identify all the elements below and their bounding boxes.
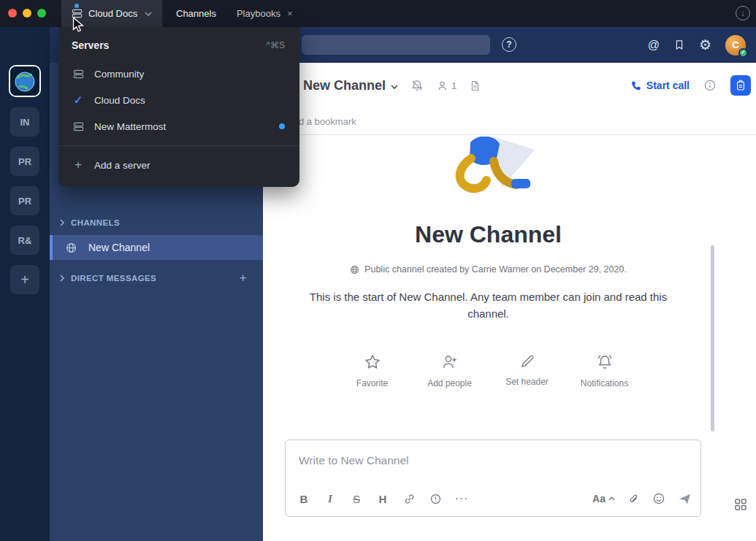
close-tab-icon[interactable]: ×	[287, 8, 293, 19]
heading-button[interactable]: H	[373, 489, 392, 508]
link-button[interactable]	[400, 489, 419, 508]
action-label: Add people	[427, 378, 472, 388]
clipboard-icon	[735, 80, 747, 91]
channels-category-label: CHANNELS	[71, 218, 120, 227]
bold-button[interactable]: B	[294, 489, 313, 508]
globe-icon	[66, 242, 77, 253]
member-count: 1	[451, 80, 457, 91]
saved-posts-icon[interactable]	[673, 39, 685, 51]
attach-file-button[interactable]	[627, 493, 640, 505]
channel-header-actions: Start call	[630, 75, 756, 96]
members-button[interactable]: 1	[436, 80, 457, 92]
active-server-avatar[interactable]	[9, 65, 41, 97]
servers-dropdown-menu: Servers ^⌘S Community ✓ Cloud Docs New M…	[58, 27, 299, 187]
phone-icon	[630, 80, 641, 91]
add-people-button[interactable]: Add people	[424, 353, 476, 388]
team-button-pr1[interactable]: PR	[10, 147, 39, 176]
team-button-pr2[interactable]: PR	[10, 186, 39, 215]
emoji-picker-button[interactable]	[652, 492, 665, 505]
tab-channels[interactable]: Channels	[176, 8, 216, 19]
server-tab-label: Cloud Docs	[88, 8, 137, 19]
add-person-icon	[440, 353, 459, 372]
minimize-window-button[interactable]	[23, 9, 31, 18]
message-composer: B I S H ··· Aa	[285, 440, 701, 517]
chevron-up-icon	[608, 496, 615, 501]
at-mentions-icon[interactable]: @	[648, 39, 660, 52]
menu-item-label: Cloud Docs	[94, 95, 145, 106]
channel-files-icon[interactable]	[469, 80, 481, 92]
set-header-button[interactable]: Set header	[501, 353, 554, 388]
add-direct-message-button[interactable]: +	[240, 271, 247, 285]
direct-messages-category[interactable]: DIRECT MESSAGES +	[50, 272, 263, 285]
channel-intro-actions: Favorite Add people Set header	[263, 353, 714, 388]
channel-intro-description: This is the start of New Channel. Any te…	[291, 289, 686, 322]
zoom-window-button[interactable]	[37, 9, 46, 18]
tab-playbooks[interactable]: Playbooks ×	[237, 8, 293, 19]
channel-created-byline: Public channel created by Carrie Warner …	[263, 264, 714, 275]
menu-item-community[interactable]: Community	[58, 61, 299, 87]
settings-gear-icon[interactable]: ⚙	[699, 37, 711, 53]
help-icon[interactable]: ?	[502, 37, 516, 52]
bookmark-bar[interactable]: Add a bookmark	[263, 108, 756, 135]
close-window-button[interactable]	[8, 9, 17, 18]
hide-formatting-button[interactable]: Aa	[592, 493, 615, 504]
channels-category[interactable]: CHANNELS	[50, 216, 263, 229]
byline-text: Public channel created by Carrie Warner …	[364, 264, 627, 275]
composer-toolbar: B I S H ··· Aa	[294, 486, 692, 512]
composer-right-actions: Aa	[592, 492, 692, 506]
apps-grid-icon[interactable]	[733, 497, 748, 512]
notifications-button[interactable]: Notifications	[579, 353, 631, 388]
action-label: Notifications	[581, 378, 628, 388]
send-message-button[interactable]	[678, 492, 692, 506]
scrollbar[interactable]	[711, 245, 714, 431]
priority-icon[interactable]	[426, 489, 445, 508]
chevron-down-icon[interactable]	[391, 85, 398, 89]
channel-header: New Channel 1 Start call	[263, 63, 756, 108]
tab-playbooks-label: Playbooks	[237, 8, 280, 19]
more-formatting-button[interactable]: ···	[452, 489, 471, 508]
globe-icon	[350, 265, 359, 275]
sidebar-channel-new-channel[interactable]: New Channel	[50, 235, 263, 260]
user-avatar[interactable]: C ✓	[725, 35, 746, 55]
search-input[interactable]	[302, 35, 490, 55]
update-download-button[interactable]: ↓	[736, 6, 750, 20]
channel-info-icon[interactable]	[703, 79, 717, 92]
team-button-in[interactable]: IN	[10, 107, 39, 137]
menu-item-new-mattermost[interactable]: New Mattermost	[58, 113, 299, 139]
aa-label: Aa	[592, 493, 606, 504]
playbooks-rhs-button[interactable]	[730, 75, 751, 96]
menu-item-cloud-docs[interactable]: ✓ Cloud Docs	[58, 87, 299, 113]
download-icon: ↓	[741, 9, 745, 18]
notifications-muted-icon[interactable]	[411, 79, 424, 92]
server-icon	[72, 8, 83, 19]
add-server-menu-item[interactable]: + Add a server	[58, 152, 299, 178]
channel-intro: New Channel Public channel created by Ca…	[263, 137, 714, 388]
chevron-right-icon	[60, 275, 64, 282]
start-call-button[interactable]: Start call	[630, 80, 690, 91]
channel-title[interactable]: New Channel	[303, 78, 386, 93]
channel-intro-title: New Channel	[263, 221, 714, 248]
server-icon	[72, 69, 85, 80]
dm-category-label: DIRECT MESSAGES	[71, 274, 156, 283]
menu-item-label: Community	[94, 69, 144, 80]
plus-icon: +	[72, 158, 85, 172]
strikethrough-button[interactable]: S	[347, 489, 366, 508]
add-team-button[interactable]: +	[10, 265, 39, 294]
window-titlebar: Cloud Docs Channels Playbooks × ↓	[0, 0, 756, 27]
globe-avatar-image	[10, 66, 39, 96]
action-label: Favorite	[356, 378, 388, 388]
menu-item-label: New Mattermost	[94, 121, 166, 132]
server-rail: IN PR PR R& +	[0, 27, 50, 541]
italic-button[interactable]: I	[321, 489, 340, 508]
chevron-right-icon	[60, 219, 64, 226]
app-window: Cloud Docs Channels Playbooks × ↓ ? @	[0, 0, 756, 541]
servers-menu-title: Servers	[72, 39, 109, 51]
message-input[interactable]	[291, 446, 695, 475]
channel-view: New Channel 1 Start call	[263, 63, 756, 541]
team-button-r[interactable]: R&	[10, 226, 39, 255]
online-status-badge: ✓	[738, 48, 748, 58]
favorite-button[interactable]: Favorite	[346, 353, 399, 388]
question-mark-glyph: ?	[506, 39, 511, 50]
server-dropdown-tab[interactable]: Cloud Docs	[61, 0, 162, 27]
header-actions: @ ⚙ C ✓	[648, 27, 746, 63]
